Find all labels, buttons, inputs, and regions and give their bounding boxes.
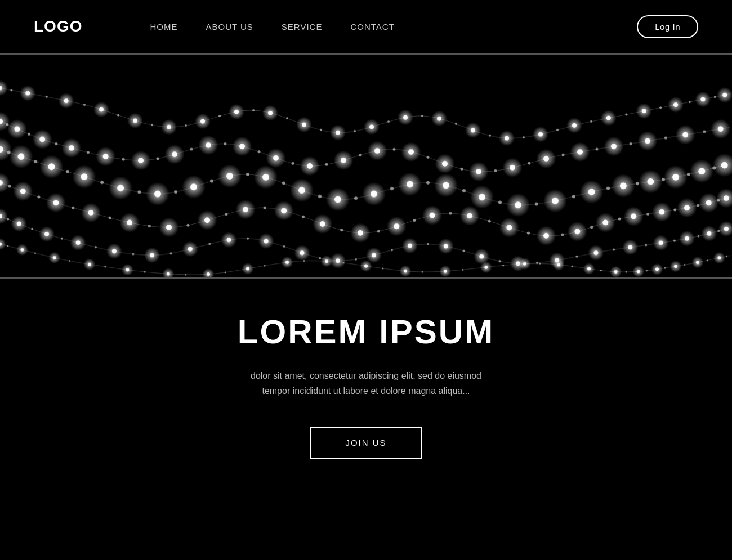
navbar: LOGO HOME ABOUT US SERVICE CONTACT Log I… [0, 0, 732, 53]
logo: LOGO [34, 17, 82, 35]
main-description: dolor sit amet, consectetur adipiscing e… [248, 368, 484, 398]
nav-item-about[interactable]: ABOUT US [206, 22, 253, 32]
nav-item-home[interactable]: HOME [150, 22, 177, 32]
nav-item-contact[interactable]: CONTACT [350, 22, 394, 32]
nav-links: HOME ABOUT US SERVICE CONTACT [150, 22, 637, 32]
nav-item-service[interactable]: SERVICE [282, 22, 323, 32]
join-button[interactable]: JOIN US [310, 427, 421, 459]
lights-decoration [0, 55, 732, 277]
login-button[interactable]: Log In [637, 15, 698, 38]
main-title: LOREM IPSUM [11, 312, 721, 351]
hero-section [0, 53, 732, 279]
content-section: LOREM IPSUM dolor sit amet, consectetur … [0, 279, 732, 504]
